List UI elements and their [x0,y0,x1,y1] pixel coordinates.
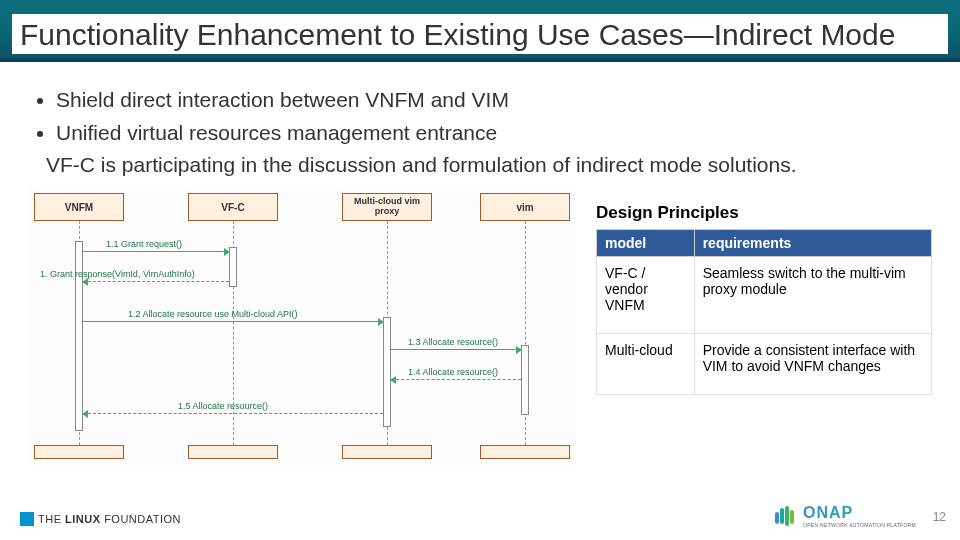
activation [521,345,529,415]
msg-arrow [391,349,521,350]
table-row: VF-C / vendor VNFM Seamless switch to th… [597,257,932,334]
msg-arrow [83,251,229,252]
sequence-diagram: VNFM VF-C Multi-cloud vim proxy vim 1.1 … [28,187,576,465]
msg-arrow [83,321,383,322]
msg-label: 1.5 Allocate resource() [178,401,268,411]
bullet-list: Shield direct interaction between VNFM a… [28,84,932,149]
design-principles-table: model requirements VF-C / vendor VNFM Se… [596,229,932,395]
msg-label: 1.4 Allocate resource() [408,367,498,377]
table-header-model: model [597,230,695,257]
activation [229,247,237,287]
msg-label: 1.2 Allocate resource use Multi-cloud AP… [128,309,298,319]
onap-logo: ONAP OPEN NETWORK AUTOMATION PLATFORM [775,504,916,528]
msg-arrow [391,379,521,380]
table-row: Multi-cloud Provide a consistent interfa… [597,334,932,395]
msg-arrow [83,413,383,414]
lifeline-multicloud: Multi-cloud vim proxy [342,193,432,221]
slide-body: Shield direct interaction between VNFM a… [0,62,960,465]
lifeline-bottom [188,445,278,459]
linux-foundation-logo: THETHE LINUX FOUNDATION LINUX FOUNDATION [20,512,181,526]
lifeline-bottom [480,445,570,459]
msg-label: 1.3 Allocate resource() [408,337,498,347]
lifeline-vnfm: VNFM [34,193,124,221]
note-text: VF-C is participating in the discussion … [46,153,932,177]
cell-model: VF-C / vendor VNFM [597,257,695,334]
msg-label: 1. Grant response(VimId, VimAuthInfo) [40,269,195,279]
msg-arrow [83,281,229,282]
msg-label: 1.1 Grant request() [106,239,182,249]
design-principles-heading: Design Principles [596,203,932,223]
lifeline-vfc: VF-C [188,193,278,221]
onap-subtext: OPEN NETWORK AUTOMATION PLATFORM [803,522,916,528]
linux-foundation-text: THETHE LINUX FOUNDATION LINUX FOUNDATION [38,513,181,525]
page-number: 12 [933,510,946,524]
onap-text: ONAP [803,504,916,522]
slide-title: Functionality Enhancement to Existing Us… [12,14,948,54]
cell-model: Multi-cloud [597,334,695,395]
cell-req: Provide a consistent interface with VIM … [694,334,931,395]
onap-icon [775,506,797,526]
footer: THETHE LINUX FOUNDATION LINUX FOUNDATION… [0,504,960,530]
bullet-item: Unified virtual resources management ent… [56,117,932,150]
activation [383,317,391,427]
logo-square-icon [20,512,34,526]
cell-req: Seamless switch to the multi-vim proxy m… [694,257,931,334]
table-header-req: requirements [694,230,931,257]
lifeline-vim: vim [480,193,570,221]
bullet-item: Shield direct interaction between VNFM a… [56,84,932,117]
lifeline-bottom [342,445,432,459]
lifeline-bottom [34,445,124,459]
